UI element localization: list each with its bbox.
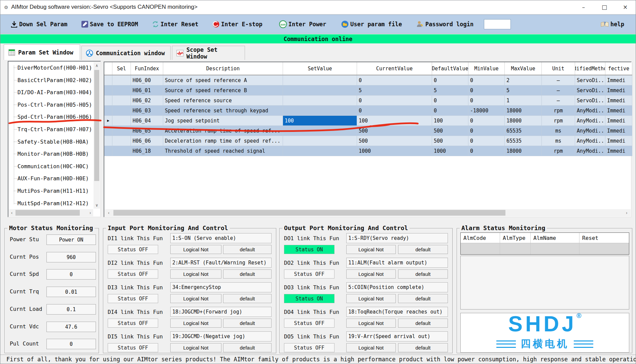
down-sel-param-button[interactable]: Down Sel Param: [10, 15, 67, 33]
row-selector-cell[interactable]: [104, 136, 112, 146]
cell-desc[interactable]: Source of speed reference A: [163, 75, 283, 85]
column-header[interactable]: DefaultValue: [432, 62, 468, 75]
port-function-field[interactable]: 18:ToqReach(Torque reaches out): [346, 307, 448, 317]
cell-mod[interactable]: AnyModi...: [575, 146, 605, 156]
cell-fun[interactable]: H06_06: [131, 136, 163, 146]
row-selector-cell[interactable]: [104, 96, 112, 106]
row-selector-cell[interactable]: [104, 106, 112, 116]
logical-not-button[interactable]: Logical Not: [346, 319, 396, 328]
cell-def[interactable]: 500: [432, 136, 468, 146]
cell-min[interactable]: 0: [468, 136, 505, 146]
default-button[interactable]: default: [223, 269, 272, 279]
cell-min[interactable]: 0: [468, 96, 505, 106]
cell-desc[interactable]: Speed reference set through keypad: [163, 106, 283, 116]
cell-eff[interactable]: Immedi: [605, 96, 632, 106]
cell-min[interactable]: 0: [468, 146, 505, 156]
default-button[interactable]: default: [398, 319, 448, 328]
port-function-field[interactable]: 5:COIN(Position complete): [346, 282, 448, 292]
scroll-down-icon[interactable]: ∨: [94, 202, 100, 209]
cell-set[interactable]: [283, 136, 357, 146]
cell-cur[interactable]: 1000: [357, 146, 432, 156]
tab-param-set-window[interactable]: Param Set Window: [4, 44, 80, 60]
cell-def[interactable]: 0: [432, 96, 468, 106]
cell-set[interactable]: [283, 146, 357, 156]
cell-mod[interactable]: AnyModi...: [575, 116, 605, 126]
grid-hscroll-thumb[interactable]: [113, 210, 505, 216]
column-header[interactable]: fective: [605, 62, 632, 75]
logical-not-button[interactable]: Logical Not: [170, 245, 221, 254]
cell-max[interactable]: 65535: [505, 126, 542, 136]
table-row[interactable]: ▶H06_04Jog speed setpoint100100100018000…: [104, 116, 632, 126]
cell-mod[interactable]: AnyModi...: [575, 126, 605, 136]
sidebar-item[interactable]: Trq-Ctrl-Param(H07-H07): [17, 125, 92, 133]
password-login-button[interactable]: Password login: [416, 15, 473, 33]
port-status-button[interactable]: Status OFF: [108, 343, 158, 352]
sel-checkbox-cell[interactable]: [112, 146, 131, 156]
column-header[interactable]: MinValue: [468, 62, 505, 75]
scroll-up-icon[interactable]: ∧: [94, 62, 100, 69]
sidebar-item[interactable]: DiverMotorConf(H00-H01): [17, 64, 92, 71]
cell-cur[interactable]: 500: [357, 126, 432, 136]
inter-estop-button[interactable]: Inter E-stop: [212, 15, 262, 33]
help-button[interactable]: ? help: [600, 15, 624, 33]
cell-eff[interactable]: Immedi: [605, 146, 632, 156]
port-function-field[interactable]: 1:S-ON (Servo enable): [170, 233, 272, 243]
port-function-field[interactable]: 34:EmergencyStop: [170, 282, 272, 292]
sidebar-item[interactable]: BasicCtrlParam(H02-H02): [17, 76, 92, 84]
cell-fun[interactable]: H06_03: [131, 106, 163, 116]
logical-not-button[interactable]: Logical Not: [346, 343, 396, 352]
cell-def[interactable]: 100: [432, 116, 468, 126]
cell-unit[interactable]: ms: [542, 136, 575, 146]
cell-fun[interactable]: H06_01: [131, 85, 163, 96]
cell-def[interactable]: 500: [432, 126, 468, 136]
port-status-button[interactable]: Status ON: [284, 245, 334, 254]
logical-not-button[interactable]: Logical Not: [346, 245, 396, 254]
cell-unit[interactable]: rpm: [542, 106, 575, 116]
cell-mod[interactable]: AnyModi...: [575, 106, 605, 116]
default-button[interactable]: default: [223, 294, 272, 303]
cell-desc[interactable]: Deceleration ramp time of speed ref...: [163, 136, 283, 146]
logical-not-button[interactable]: Logical Not: [170, 294, 221, 303]
logical-not-button[interactable]: Logical Not: [346, 294, 396, 303]
scroll-left-icon[interactable]: ‹: [9, 209, 15, 216]
cell-cur[interactable]: 5: [357, 85, 432, 96]
cell-desc[interactable]: Threshold of speed reached signal: [163, 146, 283, 156]
default-button[interactable]: default: [398, 294, 448, 303]
cell-eff[interactable]: Immedi: [605, 136, 632, 146]
cell-eff[interactable]: Immedi: [605, 75, 632, 85]
port-function-field[interactable]: 18:JOGCMD+(Forward jog): [170, 307, 272, 317]
cell-max[interactable]: 5: [505, 85, 542, 96]
tree-vertical-scrollbar[interactable]: ∧ ∨: [94, 62, 100, 209]
logical-not-button[interactable]: Logical Not: [170, 269, 221, 279]
scroll-left-icon[interactable]: ‹: [105, 209, 112, 216]
port-status-button[interactable]: Status ON: [284, 294, 334, 303]
cell-def[interactable]: 0: [432, 75, 468, 85]
port-function-field[interactable]: 19:JOGCMD-(Negative jog): [170, 331, 272, 341]
cell-set[interactable]: [283, 106, 357, 116]
logical-not-button[interactable]: Logical Not: [170, 343, 221, 352]
port-status-button[interactable]: Status OFF: [284, 343, 334, 352]
cell-mod[interactable]: ServoDi...: [575, 85, 605, 96]
sel-checkbox-cell[interactable]: [112, 85, 131, 96]
cell-desc[interactable]: Acceleration ramp time of speed ref...: [163, 126, 283, 136]
cell-def[interactable]: 0: [432, 106, 468, 116]
column-header[interactable]: Description: [163, 62, 283, 75]
cell-def[interactable]: 1000: [432, 146, 468, 156]
cell-unit[interactable]: –: [542, 85, 575, 96]
cell-set[interactable]: [283, 85, 357, 96]
tab-communication-window[interactable]: Communication window: [81, 46, 171, 60]
cell-set[interactable]: [283, 75, 357, 85]
port-status-button[interactable]: Status OFF: [108, 245, 158, 254]
port-function-field[interactable]: 1:S-RDY(Servo ready): [346, 233, 448, 243]
maximize-button[interactable]: □: [594, 0, 615, 14]
cell-eff[interactable]: Immedi: [605, 116, 632, 126]
row-selector-cell[interactable]: [104, 126, 112, 136]
cell-def[interactable]: 5: [432, 85, 468, 96]
cell-desc[interactable]: Jog speed setpoint: [163, 116, 283, 126]
row-selector-cell[interactable]: [104, 146, 112, 156]
cell-unit[interactable]: rpm: [542, 116, 575, 126]
cell-cur[interactable]: 0: [357, 75, 432, 85]
sidebar-item[interactable]: AUX-Fun-Param(H0D-H0E): [17, 175, 89, 182]
user-param-file-button[interactable]: User param file: [341, 15, 402, 33]
port-status-button[interactable]: Status OFF: [284, 269, 334, 279]
